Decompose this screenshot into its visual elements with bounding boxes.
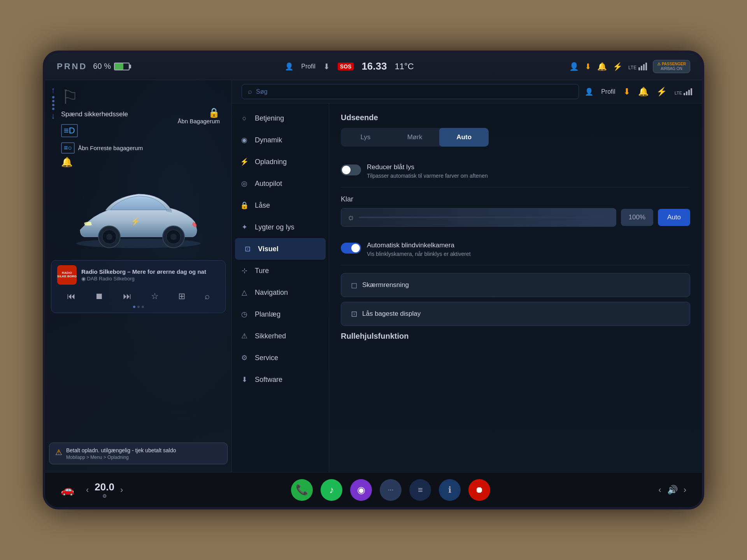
- lock-display-btn[interactable]: ⊡ Lås bageste display: [341, 302, 690, 326]
- blue-light-text: Reducer blåt lys Tilpasser automatisk ti…: [367, 163, 488, 180]
- software-label: Software: [255, 376, 282, 384]
- stop-button[interactable]: ⏹: [93, 289, 105, 303]
- spotify-app-btn[interactable]: ♪: [321, 479, 342, 501]
- front-baggage-label: Åbn Forreste bagagerum: [78, 144, 143, 152]
- sikkerhed-icon: ⚠: [240, 331, 249, 341]
- car-image-area: ⚡: [51, 172, 226, 257]
- blind-spot-toggle[interactable]: [341, 243, 361, 254]
- bluetooth-icon-search[interactable]: ⚡: [656, 87, 667, 97]
- menu-item-service[interactable]: ⚙ Service: [232, 347, 329, 369]
- betjening-icon: ○: [240, 114, 249, 123]
- car-icon-taskbar[interactable]: 🚗: [61, 483, 74, 496]
- appearance-row: Lys Mørk Auto: [341, 128, 489, 147]
- temp-decrease-btn[interactable]: ‹: [86, 485, 89, 495]
- service-icon: ⚙: [240, 353, 249, 362]
- search-right-icons: 👤 Profil ⬇ 🔔 ⚡ LTE: [585, 87, 692, 97]
- blind-spot-title: Automatisk blindvinkelkamera: [367, 242, 471, 249]
- action-buttons-area: ◻ Skærmrensning ⊡ Lås bageste display: [341, 273, 690, 326]
- lock-icon: 🔒: [208, 107, 220, 118]
- next-button[interactable]: ⏭: [121, 289, 133, 303]
- menu-item-navigation[interactable]: △ Navigation: [232, 282, 329, 303]
- appearance-moerk-btn[interactable]: Mørk: [390, 128, 440, 147]
- taskbar-center: 📞 ♪ ◉ ··· ≡ ℹ ⏺: [291, 479, 490, 501]
- search-music-button[interactable]: ⌕: [203, 289, 212, 303]
- autopilot-icon: ◎: [240, 179, 249, 188]
- menu-item-laase[interactable]: 🔒 Låse: [232, 194, 329, 216]
- notification-icon-search[interactable]: 🔔: [638, 87, 649, 97]
- spotify-icon: ♪: [329, 485, 334, 495]
- lygter-label: Lygter og lys: [255, 223, 294, 231]
- prev-button[interactable]: ⏮: [65, 289, 77, 303]
- temp-display: 11°C: [395, 61, 414, 72]
- baggage-right-label[interactable]: Åbn Bagagerum: [178, 117, 220, 125]
- menu-item-lygter[interactable]: ✦ Lygter og lys: [232, 216, 329, 238]
- taskbar-left: 🚗 ‹ 20.0 ⚙ ›: [61, 481, 123, 499]
- menu-item-software[interactable]: ⬇ Software: [232, 369, 329, 390]
- screen-clean-btn[interactable]: ◻ Skærmrensning: [341, 273, 690, 297]
- settings-main: Udseende Lys Mørk Auto Reducer blåt lys: [329, 103, 702, 472]
- bluetooth-icon: ⚡: [613, 62, 622, 71]
- charging-text-area: Betalt opladn. utilgængelig - tjek ubeta…: [66, 447, 176, 460]
- menu-item-visuel[interactable]: ⊡ Visuel: [235, 238, 326, 260]
- notes-app-btn[interactable]: ≡: [409, 479, 431, 501]
- dots-indicator: [57, 306, 219, 308]
- blue-light-toggle[interactable]: [341, 164, 361, 175]
- dynamik-label: Dynamik: [255, 136, 282, 144]
- screen-clean-label: Skærmrensning: [362, 281, 409, 289]
- phone-app-btn[interactable]: 📞: [291, 479, 313, 501]
- signal-bar-3: [643, 64, 645, 70]
- volume-decrease-btn[interactable]: ‹: [658, 485, 661, 495]
- laase-icon: 🔒: [240, 201, 249, 210]
- equalizer-button[interactable]: ⊞: [176, 289, 187, 303]
- profile-label-center[interactable]: Profil: [301, 63, 315, 70]
- front-baggage-feature[interactable]: ≡○ Åbn Forreste bagagerum: [61, 142, 226, 154]
- s-bar-4: [691, 88, 692, 95]
- phone-icon: 📞: [296, 484, 308, 496]
- profile-icon-left[interactable]: 👤: [285, 62, 293, 71]
- lights-icon: ≡D: [61, 124, 78, 137]
- sikkerhed-label: Sikkerhed: [255, 332, 286, 340]
- search-icon: ⌕: [248, 88, 252, 96]
- appearance-auto-btn[interactable]: Auto: [439, 128, 489, 147]
- notification-icon: 🔔: [597, 62, 607, 71]
- menu-item-betjening[interactable]: ○ Betjening: [232, 107, 329, 129]
- menu-item-autopilot[interactable]: ◎ Autopilot: [232, 173, 329, 194]
- battery-section: 60 %: [93, 62, 130, 71]
- planlaeg-label: Planlæg: [255, 310, 281, 318]
- menu-item-sikkerhed[interactable]: ⚠ Sikkerhed: [232, 325, 329, 347]
- volume-increase-btn[interactable]: ›: [684, 485, 686, 495]
- profile-label-search[interactable]: Profil: [601, 88, 615, 95]
- brightness-label: Klar: [341, 195, 690, 203]
- temp-increase-btn[interactable]: ›: [120, 485, 123, 495]
- lte-icon-search: LTE: [675, 88, 692, 95]
- lygter-icon: ✦: [240, 222, 249, 232]
- favorite-button[interactable]: ☆: [149, 289, 161, 303]
- appearance-lys-btn[interactable]: Lys: [341, 128, 390, 147]
- menu-item-dynamik[interactable]: ◉ Dynamik: [232, 129, 329, 151]
- blue-light-knob: [342, 166, 351, 174]
- dots-icon: ···: [388, 486, 394, 494]
- brightness-section: Klar ☼ 100% Auto: [341, 195, 690, 227]
- search-input-area[interactable]: ⌕ Søg: [242, 84, 579, 99]
- blue-light-desc: Tilpasser automatisk til varmere farver …: [367, 172, 488, 180]
- lights-feature[interactable]: ≡D: [61, 124, 226, 137]
- brightness-bar[interactable]: ☼: [341, 208, 616, 227]
- menu-item-ture[interactable]: ⊹ Ture: [232, 260, 329, 282]
- svg-text:⚡: ⚡: [131, 217, 140, 226]
- dots-app-btn[interactable]: ···: [380, 479, 402, 501]
- rec-app-btn[interactable]: ⏺: [468, 479, 490, 501]
- s-bar-3: [688, 90, 690, 95]
- radio-logo-text: RADIO SILKE BORG: [57, 271, 77, 278]
- download-icon-search[interactable]: ⬇: [623, 87, 630, 97]
- download-icon-right: ⬇: [585, 62, 591, 71]
- brightness-auto-btn[interactable]: Auto: [658, 209, 690, 226]
- purple-app-btn[interactable]: ◉: [350, 479, 372, 501]
- radio-logo: RADIO SILKE BORG: [57, 265, 77, 285]
- menu-item-opladning[interactable]: ⚡ Opladning: [232, 151, 329, 173]
- info-app-btn[interactable]: ℹ: [439, 479, 461, 501]
- status-center: 👤 Profil ⬇ SOS 16.33 11°C: [285, 60, 414, 72]
- menu-item-planlaeg[interactable]: ◷ Planlæg: [232, 303, 329, 325]
- lte-icon: LTE: [628, 63, 647, 70]
- signal-bar-2: [641, 66, 642, 70]
- tesla-screen: PRND 60 % 👤 Profil ⬇ SOS 16.33 11°C 👤 ⬇ …: [43, 51, 704, 509]
